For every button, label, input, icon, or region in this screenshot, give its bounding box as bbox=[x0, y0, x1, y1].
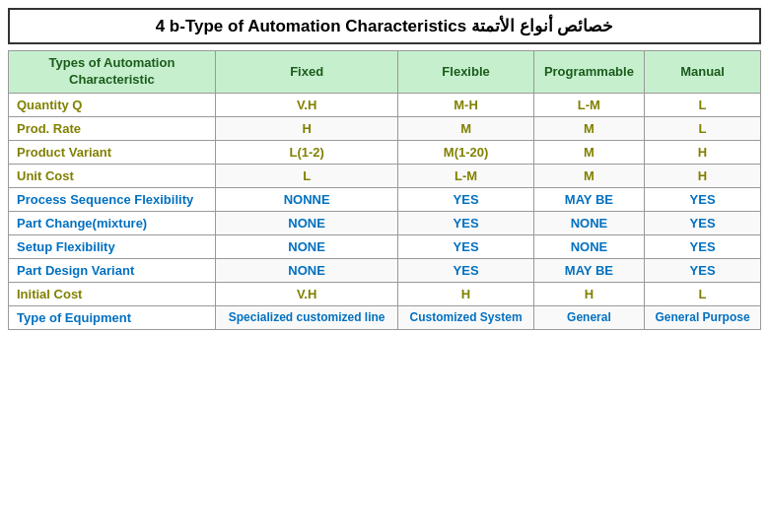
table-row: Product VariantL(1-2)M(1-20)MH bbox=[9, 140, 761, 164]
cell-flexible: Customized System bbox=[398, 305, 533, 329]
cell-programmable: M bbox=[533, 140, 644, 164]
table-row: Process Sequence FlexibilityNONNEYESMAY … bbox=[9, 187, 761, 211]
cell-fixed: NONE bbox=[215, 234, 398, 258]
cell-fixed: Specialized customized line bbox=[215, 305, 398, 329]
cell-flexible: L-M bbox=[398, 164, 533, 187]
cell-fixed: H bbox=[215, 116, 398, 140]
cell-programmable: M bbox=[533, 164, 644, 187]
header-programmable: Programmable bbox=[533, 51, 644, 94]
cell-fixed: L(1-2) bbox=[215, 140, 398, 164]
cell-flexible: YES bbox=[398, 211, 533, 234]
cell-manual: H bbox=[645, 140, 761, 164]
row-label: Part Design Variant bbox=[9, 258, 216, 282]
table-row: Initial CostV.HHHL bbox=[9, 282, 761, 305]
table-row: Part Design VariantNONEYESMAY BEYES bbox=[9, 258, 761, 282]
cell-fixed: V.H bbox=[215, 282, 398, 305]
cell-manual: General Purpose bbox=[645, 305, 761, 329]
table-row: Unit CostLL-MMH bbox=[9, 164, 761, 187]
cell-fixed: NONE bbox=[215, 211, 398, 234]
row-label: Type of Equipment bbox=[9, 305, 216, 329]
cell-fixed: V.H bbox=[215, 93, 398, 116]
cell-flexible: YES bbox=[398, 187, 533, 211]
cell-programmable: General bbox=[533, 305, 644, 329]
cell-flexible: YES bbox=[398, 234, 533, 258]
cell-flexible: M-H bbox=[398, 93, 533, 116]
row-label: Product Variant bbox=[9, 140, 216, 164]
cell-programmable: MAY BE bbox=[533, 187, 644, 211]
cell-programmable: MAY BE bbox=[533, 258, 644, 282]
cell-manual: YES bbox=[645, 258, 761, 282]
characteristics-table: Types of Automation Characteristic Fixed… bbox=[8, 50, 761, 330]
cell-programmable: NONE bbox=[533, 211, 644, 234]
table-row: Part Change(mixture)NONEYESNONEYES bbox=[9, 211, 761, 234]
row-label: Unit Cost bbox=[9, 164, 216, 187]
cell-fixed: L bbox=[215, 164, 398, 187]
row-label: Process Sequence Flexibility bbox=[9, 187, 216, 211]
cell-flexible: M(1-20) bbox=[398, 140, 533, 164]
cell-programmable: L-M bbox=[533, 93, 644, 116]
cell-manual: YES bbox=[645, 187, 761, 211]
cell-manual: L bbox=[645, 116, 761, 140]
cell-manual: H bbox=[645, 164, 761, 187]
page-title: 4 b-Type of Automation Characteristics خ… bbox=[8, 8, 761, 44]
cell-fixed: NONE bbox=[215, 258, 398, 282]
table-row: Prod. RateHMML bbox=[9, 116, 761, 140]
cell-flexible: H bbox=[398, 282, 533, 305]
header-row-label: Types of Automation Characteristic bbox=[9, 51, 216, 94]
cell-flexible: YES bbox=[398, 258, 533, 282]
cell-programmable: H bbox=[533, 282, 644, 305]
cell-manual: L bbox=[645, 93, 761, 116]
page-container: 4 b-Type of Automation Characteristics خ… bbox=[0, 0, 769, 532]
cell-programmable: M bbox=[533, 116, 644, 140]
header-manual: Manual bbox=[645, 51, 761, 94]
table-row: Quantity QV.HM-HL-ML bbox=[9, 93, 761, 116]
row-label: Part Change(mixture) bbox=[9, 211, 216, 234]
cell-programmable: NONE bbox=[533, 234, 644, 258]
cell-fixed: NONNE bbox=[215, 187, 398, 211]
table-row: Type of EquipmentSpecialized customized … bbox=[9, 305, 761, 329]
row-label: Initial Cost bbox=[9, 282, 216, 305]
cell-manual: L bbox=[645, 282, 761, 305]
header-flexible: Flexible bbox=[398, 51, 533, 94]
row-label: Setup Flexibility bbox=[9, 234, 216, 258]
cell-manual: YES bbox=[645, 211, 761, 234]
table-row: Setup FlexibilityNONEYESNONEYES bbox=[9, 234, 761, 258]
cell-manual: YES bbox=[645, 234, 761, 258]
header-fixed: Fixed bbox=[215, 51, 398, 94]
cell-flexible: M bbox=[398, 116, 533, 140]
row-label: Prod. Rate bbox=[9, 116, 216, 140]
row-label: Quantity Q bbox=[9, 93, 216, 116]
